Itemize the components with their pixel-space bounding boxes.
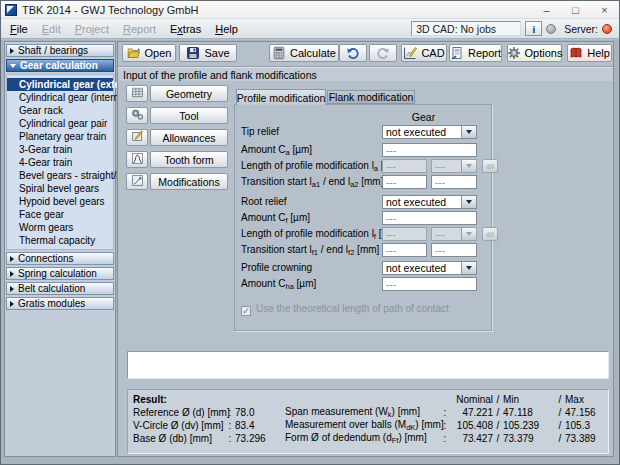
options-button[interactable]: Options (507, 44, 562, 62)
toolbar-button-label: CAD (421, 47, 444, 59)
form-row: Amount Cha [µm]--- (241, 277, 489, 291)
sidebar-item-cylindrical-gear-internal[interactable]: Cylindrical gear (internal) (7, 91, 113, 104)
open-folder-icon (127, 46, 141, 60)
tool-tooth-form-button[interactable]: Tooth form (150, 151, 228, 168)
tool-button-row: Geometry (126, 85, 228, 102)
toolbar-button-label: Save (204, 47, 229, 59)
tool-geometry-button[interactable]: Geometry (150, 85, 228, 102)
input-field[interactable]: --- (382, 277, 477, 291)
menu-extras[interactable]: Extras (163, 21, 208, 37)
tool-button-row: Allowances (126, 129, 228, 146)
sidebar-item-worm-gears[interactable]: Worm gears (7, 221, 113, 234)
tool-icon-button[interactable] (126, 107, 148, 124)
sidebar-item-cylindrical-gear-external[interactable]: Cylindrical gear (external) (7, 78, 113, 91)
sidebar-section-spring-calculation[interactable]: Spring calculation (6, 267, 114, 280)
chevron-down-icon[interactable] (461, 262, 476, 274)
tool-icon (131, 108, 144, 124)
diameter-length-button: d/l (482, 227, 498, 241)
sidebar-item-3-gear-train[interactable]: 3-Gear train (7, 143, 113, 156)
input-field[interactable]: --- (431, 175, 477, 189)
input-field[interactable]: --- (382, 143, 477, 157)
tab-profile-modification[interactable]: Profile modification (236, 89, 326, 105)
result-row: Reference Ø (d) [mm]:78.0Span measuremen… (133, 406, 606, 419)
chevron-down-icon (461, 160, 476, 172)
sidebar-item-spiral-bevel-gears[interactable]: Spiral bevel gears (7, 182, 113, 195)
sidebar-item-hypoid-bevel-gears[interactable]: Hypoid bevel gears (7, 195, 113, 208)
result-right-label: Span measurement (Wk) [mm] (285, 406, 441, 419)
dropdown[interactable]: not executed (382, 195, 477, 209)
result-max: 47.156 (565, 407, 607, 418)
close-button[interactable]: × (590, 1, 619, 18)
maximize-button[interactable]: □ (561, 1, 590, 18)
info-button[interactable]: i (525, 21, 542, 36)
slash: / (555, 407, 565, 418)
menu-items: FileEditProjectReportExtrasHelp (3, 19, 245, 38)
sidebar-item-gear-rack[interactable]: Gear rack (7, 104, 113, 117)
colon: : (225, 407, 235, 418)
input-field[interactable]: --- (382, 175, 427, 189)
report-button[interactable]: Report (449, 44, 502, 62)
result-min: 73.379 (503, 433, 555, 444)
allowances-icon-button[interactable] (126, 129, 148, 146)
dropdown[interactable]: not executed (382, 261, 477, 275)
calculate-button[interactable]: Calculate (269, 44, 339, 62)
sidebar-section-connections[interactable]: Connections (6, 252, 114, 265)
geometry-icon-button[interactable] (126, 85, 148, 102)
checkbox-label: Use the theoretical length of path of co… (256, 303, 449, 314)
sidebar-section-gratis-modules[interactable]: Gratis modules (6, 297, 114, 310)
result-nominal: 105.408 (449, 420, 493, 431)
sidebar-section-items: Cylindrical gear (external)Cylindrical g… (6, 74, 114, 250)
colon: : (441, 407, 449, 418)
result-title: Result: (133, 394, 225, 405)
result-row: Base Ø (db) [mm]:73.296Form Ø of dedendu… (133, 432, 606, 445)
tool-button-row: Tool (126, 107, 228, 124)
sidebar-section-shaft-bearings[interactable]: Shaft / bearings (6, 44, 114, 57)
chevron-down-icon[interactable] (461, 196, 476, 208)
tooth-form-icon-button[interactable] (126, 151, 148, 168)
dropdown[interactable]: not executed (382, 125, 477, 139)
input-field: --- (382, 227, 427, 241)
modifications-icon-button[interactable] (126, 173, 148, 190)
input-field[interactable]: --- (382, 211, 477, 225)
result-min: 47.118 (503, 407, 555, 418)
slash: / (555, 394, 565, 405)
chevron-down-icon[interactable] (461, 126, 476, 138)
input-field[interactable]: --- (431, 243, 477, 257)
sidebar-item-bevel-gears-straight-helical[interactable]: Bevel gears - straight/helical (7, 169, 113, 182)
tool-allowances-button[interactable]: Allowances (150, 129, 228, 146)
title-bar: TBK 2014 - GWJ Technology GmbH – □ × (1, 1, 619, 19)
tab-flank-modification[interactable]: Flank modification (327, 90, 415, 104)
sidebar-section-label: Belt calculation (18, 283, 85, 294)
toolbar-button-label: Calculate (290, 47, 336, 59)
dropdown-value: not executed (386, 262, 446, 274)
sidebar-section-belt-calculation[interactable]: Belt calculation (6, 282, 114, 295)
client-area: Shaft / bearingsGear calculationCylindri… (1, 40, 619, 464)
sidebar-item-planetary-gear-train[interactable]: Planetary gear train (7, 130, 113, 143)
sidebar-item-thermal-capacity[interactable]: Thermal capacity (7, 234, 113, 247)
cad-button[interactable]: CAD (401, 44, 447, 62)
sidebar-section-gear-calculation[interactable]: Gear calculation (6, 59, 114, 72)
undo-button[interactable] (339, 44, 367, 62)
result-right-label: Form Ø of dedendum (dFf) [mm] (285, 432, 441, 445)
save-button[interactable]: Save (179, 44, 237, 62)
input-field[interactable]: --- (382, 243, 427, 257)
minimize-button[interactable]: – (532, 1, 561, 18)
open-button[interactable]: Open (122, 44, 176, 62)
sidebar-item-face-gear[interactable]: Face gear (7, 208, 113, 221)
tool-tool-button[interactable]: Tool (150, 107, 228, 124)
menu-file[interactable]: File (3, 21, 35, 37)
sidebar-item-cylindrical-gear-pair[interactable]: Cylindrical gear pair (7, 117, 113, 130)
help-button[interactable]: Help (567, 44, 612, 62)
options-icon (507, 46, 521, 60)
field-label: Tip relief (241, 126, 279, 137)
menu-help[interactable]: Help (208, 21, 245, 37)
toolbar-button-label: Open (145, 47, 172, 59)
app-logo-icon (5, 4, 17, 16)
result-nominal: 73.427 (449, 433, 493, 444)
tool-modifications-button[interactable]: Modifications (150, 173, 228, 190)
sidebar-item-4-gear-train[interactable]: 4-Gear train (7, 156, 113, 169)
result-left-value: 83.4 (235, 420, 285, 431)
tool-column: GeometryToolAllowancesTooth formModifica… (126, 85, 228, 195)
result-nominal: 47.221 (449, 407, 493, 418)
expand-icon (10, 286, 14, 292)
